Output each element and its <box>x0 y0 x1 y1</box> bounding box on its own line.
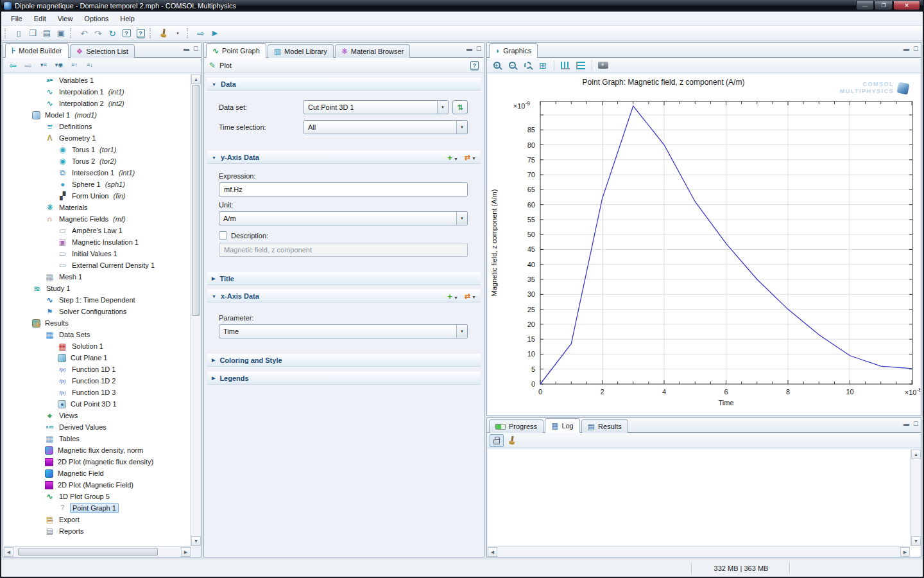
x-grid-button[interactable] <box>574 59 588 72</box>
replace-expression-button[interactable]: ⇄▼ <box>465 153 476 162</box>
tree-item-study-1[interactable]: ≋Study 1 <box>4 283 191 294</box>
minimize-button[interactable]: — <box>856 1 874 10</box>
tree-item-magnetic-field[interactable]: Magnetic Field <box>4 468 191 479</box>
tree-item-cut-plane-1[interactable]: Cut Plane 1 <box>4 352 191 363</box>
tree-item-magnetic-fields[interactable]: ∩Magnetic Fields(mf) <box>4 213 191 225</box>
tree-item-step-1-time-dependent[interactable]: ∿Step 1: Time Dependent <box>4 294 191 306</box>
panel-minimize-icon[interactable]: ▬ <box>903 46 909 52</box>
scroll-right-icon[interactable]: ▶ <box>181 547 191 557</box>
tree-item-magnetic-flux-density-norm[interactable]: Magnetic flux density, norm <box>4 444 191 456</box>
tree-item-results[interactable]: Results <box>4 317 191 329</box>
lock-button[interactable] <box>490 434 504 447</box>
menu-options[interactable]: Options <box>78 13 114 24</box>
player-button[interactable]: ▶ <box>208 27 222 40</box>
scroll-left-icon[interactable]: ◀ <box>4 547 13 557</box>
plot-button[interactable]: Plot <box>219 62 232 69</box>
chevron-down-icon[interactable]: ▼ <box>437 101 448 114</box>
help-button[interactable]: ? <box>119 27 133 40</box>
menu-view[interactable]: View <box>52 13 79 24</box>
tree-item-torus-1[interactable]: ◉Torus 1(tor1) <box>4 144 191 155</box>
menu-edit[interactable]: Edit <box>28 13 52 24</box>
tree-item-views[interactable]: ⌖Views <box>4 410 191 421</box>
add-expression-button[interactable]: +▼ <box>447 153 458 162</box>
tree-item-model-1[interactable]: Model 1(mod1) <box>4 109 191 121</box>
chevron-down-icon[interactable]: ▼ <box>456 325 467 338</box>
scroll-down-icon[interactable]: ▼ <box>191 536 201 546</box>
tree-item-solution-1[interactable]: ▦Solution 1 <box>4 340 191 352</box>
tree-item-magnetic-insulation-1[interactable]: ▣Magnetic Insulation 1 <box>4 236 191 248</box>
scrollbar-thumb[interactable] <box>192 85 200 316</box>
menu-help[interactable]: Help <box>114 13 141 24</box>
tree-item-function-1d-1[interactable]: f(x)Function 1D 1 <box>4 363 191 375</box>
tree-item-materials[interactable]: ❋Materials <box>4 202 191 213</box>
scroll-right-icon[interactable]: ▶ <box>900 547 910 557</box>
restore-button[interactable]: ❐ <box>875 1 893 10</box>
menu-file[interactable]: File <box>5 13 28 24</box>
show-options-button[interactable]: ▾◉ <box>52 59 66 72</box>
tree-item-initial-values-1[interactable]: ▭Initial Values 1 <box>4 248 191 259</box>
section-legends-header[interactable]: ▶ Legends <box>207 372 481 385</box>
tree-item-derived-values[interactable]: 8.85Derived Values <box>4 421 191 433</box>
tree-item-point-graph-1[interactable]: ?Point Graph 1 <box>4 502 191 514</box>
tree-item-1d-plot-group-5[interactable]: ∿1D Plot Group 5 <box>4 491 191 502</box>
back-button[interactable]: ⇦ <box>6 59 20 72</box>
log-output[interactable]: ▲ ▼ ◀ ▶ <box>488 450 920 556</box>
panel-minimize-icon[interactable]: ▬ <box>903 421 909 427</box>
plot-canvas[interactable]: 0246810051015202530354045505560657075808… <box>488 74 920 415</box>
move-down-button[interactable]: ≡↓ <box>83 59 97 72</box>
brush-button[interactable] <box>157 27 171 40</box>
help-icon[interactable]: ? <box>470 61 479 69</box>
tree-item-cut-point-3d-1[interactable]: Cut Point 3D 1 <box>4 398 191 410</box>
print-button[interactable]: ▣ <box>54 27 68 40</box>
tree-item-2d-plot-magnetic-flux-density-[interactable]: 2D Plot (magnetic flux density) <box>4 456 191 468</box>
tree-item-tables[interactable]: ▦Tables <box>4 433 191 444</box>
tab-material-browser[interactable]: ❋Material Browser <box>335 44 411 58</box>
tree-item-data-sets[interactable]: ▦Data Sets <box>4 329 191 340</box>
tree-item-reports[interactable]: ▤Reports <box>4 525 191 537</box>
tab-model-library[interactable]: ▥Model Library <box>268 44 334 58</box>
tree-item-torus-2[interactable]: ◉Torus 2(tor2) <box>4 155 191 167</box>
tree-horizontal-scrollbar[interactable]: ◀ ▶ <box>4 547 191 556</box>
y-grid-button[interactable] <box>558 59 572 72</box>
close-button[interactable]: ✕ <box>893 1 920 10</box>
tree-item-intersection-1[interactable]: ⧉Intersection 1(int1) <box>4 167 191 179</box>
export-button[interactable]: ⇨ <box>194 27 208 40</box>
chevron-down-icon[interactable]: ▼ <box>456 212 467 225</box>
tab-progress[interactable]: Progress <box>489 419 543 433</box>
tree-item-form-union[interactable]: ▞Form Union(fin) <box>4 190 191 202</box>
zoom-out-button[interactable]: − <box>505 59 519 72</box>
tree-item-amp-re-s-law-1[interactable]: ▭Ampère's Law 1 <box>4 225 191 236</box>
save-file-button[interactable]: ▤ <box>40 27 54 40</box>
tab-results[interactable]: ▤Results <box>581 419 628 433</box>
tab-log[interactable]: ▦Log <box>545 418 580 433</box>
tree-vertical-scrollbar[interactable]: ▲ ▼ <box>191 74 200 546</box>
documentation-button[interactable]: ? <box>133 27 148 40</box>
expression-input[interactable]: mf.Hz <box>219 182 468 197</box>
scroll-up-icon[interactable]: ▲ <box>191 74 201 84</box>
panel-minimize-icon[interactable]: ▬ <box>184 46 189 52</box>
panel-maximize-icon[interactable]: ☐ <box>193 46 198 52</box>
tree-item-external-current-density-1[interactable]: ▭External Current Density 1 <box>4 259 191 271</box>
tree-item-function-1d-2[interactable]: f(x)Function 1D 2 <box>4 375 191 387</box>
add-expression-button[interactable]: +▼ <box>447 292 458 301</box>
time-selection-combobox[interactable]: All ▼ <box>304 120 468 134</box>
move-up-button[interactable]: ≡↑ <box>67 59 81 72</box>
scroll-down-icon[interactable]: ▼ <box>911 536 921 546</box>
parameter-combobox[interactable]: Time ▼ <box>219 324 468 338</box>
unit-combobox[interactable]: A/m ▼ <box>219 211 468 225</box>
tab-graphics[interactable]: ◗Graphics <box>489 43 538 58</box>
tree-item-variables-1[interactable]: a=Variables 1 <box>4 74 191 86</box>
tab-point-graph[interactable]: ∿Point Graph <box>206 43 266 58</box>
snapshot-button[interactable] <box>596 59 610 72</box>
tree-item-interpolation-1[interactable]: ∿Interpolation 1(int1) <box>4 86 191 98</box>
undo-button[interactable]: ↶ <box>77 27 91 40</box>
section-y-axis-header[interactable]: ▼ y-Axis Data +▼ ⇄▼ <box>207 151 481 164</box>
tree-item-mesh-1[interactable]: ▦Mesh 1 <box>4 271 191 283</box>
tree-item-export[interactable]: ▤Export <box>4 514 191 525</box>
log-vertical-scrollbar[interactable]: ▲ ▼ <box>911 450 920 546</box>
section-data-header[interactable]: ▼ Data <box>207 78 481 91</box>
tree-item-interpolation-2[interactable]: ∿Interpolation 2(int2) <box>4 98 191 109</box>
section-coloring-header[interactable]: ▶ Coloring and Style <box>207 354 481 367</box>
panel-minimize-icon[interactable]: ▬ <box>466 46 472 52</box>
redo-button[interactable]: ↷ <box>91 27 105 40</box>
